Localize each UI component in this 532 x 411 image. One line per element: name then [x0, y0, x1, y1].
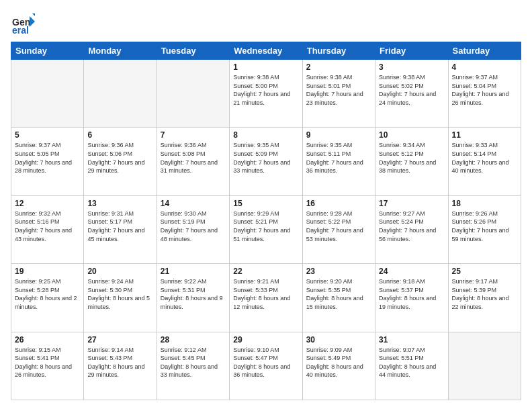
calendar-cell: 26Sunrise: 9:15 AMSunset: 5:41 PMDayligh…	[11, 332, 84, 400]
calendar-cell: 12Sunrise: 9:32 AMSunset: 5:16 PMDayligh…	[11, 195, 84, 263]
calendar-cell: 11Sunrise: 9:33 AMSunset: 5:14 PMDayligh…	[448, 128, 521, 195]
day-number: 27	[87, 335, 152, 345]
day-number: 10	[379, 130, 444, 140]
day-info: Sunrise: 9:14 AMSunset: 5:43 PMDaylight:…	[87, 346, 152, 379]
day-info: Sunrise: 9:37 AMSunset: 5:05 PMDaylight:…	[15, 141, 80, 175]
weekday-header-wednesday: Wednesday	[230, 42, 302, 60]
day-info: Sunrise: 9:30 AMSunset: 5:19 PMDaylight:…	[161, 210, 226, 243]
calendar-cell: 13Sunrise: 9:31 AMSunset: 5:17 PMDayligh…	[84, 195, 157, 263]
calendar-cell: 4Sunrise: 9:37 AMSunset: 5:04 PMDaylight…	[448, 60, 521, 128]
svg-marker-3	[30, 16, 35, 27]
day-info: Sunrise: 9:21 AMSunset: 5:33 PMDaylight:…	[233, 277, 298, 311]
day-info: Sunrise: 9:34 AMSunset: 5:12 PMDaylight:…	[379, 141, 444, 175]
day-number: 15	[233, 199, 298, 208]
calendar-cell: 25Sunrise: 9:17 AMSunset: 5:39 PMDayligh…	[448, 264, 521, 332]
day-number: 8	[233, 130, 298, 140]
calendar-cell: 6Sunrise: 9:36 AMSunset: 5:06 PMDaylight…	[84, 128, 157, 195]
day-number: 25	[452, 267, 517, 276]
calendar-cell: 20Sunrise: 9:24 AMSunset: 5:30 PMDayligh…	[84, 264, 157, 332]
calendar-cell: 3Sunrise: 9:38 AMSunset: 5:02 PMDaylight…	[375, 60, 448, 128]
day-info: Sunrise: 9:07 AMSunset: 5:51 PMDaylight:…	[379, 346, 444, 379]
day-number: 24	[379, 267, 444, 276]
day-number: 19	[15, 267, 80, 276]
calendar-cell: 17Sunrise: 9:27 AMSunset: 5:24 PMDayligh…	[375, 195, 448, 263]
svg-text:eral: eral	[12, 25, 29, 35]
day-info: Sunrise: 9:15 AMSunset: 5:41 PMDaylight:…	[15, 346, 80, 379]
calendar-cell: 18Sunrise: 9:26 AMSunset: 5:26 PMDayligh…	[448, 195, 521, 263]
day-number: 31	[379, 335, 444, 345]
day-number: 1	[233, 62, 298, 72]
calendar-cell: 30Sunrise: 9:09 AMSunset: 5:49 PMDayligh…	[302, 332, 375, 400]
day-number: 16	[306, 199, 371, 208]
day-number: 12	[15, 199, 80, 208]
calendar-cell: 29Sunrise: 9:10 AMSunset: 5:47 PMDayligh…	[230, 332, 302, 400]
day-info: Sunrise: 9:36 AMSunset: 5:06 PMDaylight:…	[87, 141, 152, 175]
day-number: 21	[161, 267, 226, 276]
day-number: 23	[306, 267, 371, 276]
day-number: 20	[87, 267, 152, 276]
day-number: 11	[452, 130, 517, 140]
calendar-cell	[84, 60, 157, 128]
day-number: 28	[161, 335, 226, 345]
day-info: Sunrise: 9:22 AMSunset: 5:31 PMDaylight:…	[161, 277, 226, 311]
weekday-header-sunday: Sunday	[11, 42, 84, 60]
day-number: 13	[87, 199, 152, 208]
day-info: Sunrise: 9:17 AMSunset: 5:39 PMDaylight:…	[452, 277, 517, 311]
weekday-header-monday: Monday	[84, 42, 157, 60]
day-info: Sunrise: 9:27 AMSunset: 5:24 PMDaylight:…	[379, 210, 444, 243]
week-row-4: 19Sunrise: 9:25 AMSunset: 5:28 PMDayligh…	[11, 264, 521, 332]
day-info: Sunrise: 9:29 AMSunset: 5:21 PMDaylight:…	[233, 210, 298, 243]
day-number: 9	[306, 130, 371, 140]
page: Gen eral SundayMondayTuesdayWednesdayThu…	[0, 0, 532, 411]
day-info: Sunrise: 9:33 AMSunset: 5:14 PMDaylight:…	[452, 141, 517, 175]
day-info: Sunrise: 9:25 AMSunset: 5:28 PMDaylight:…	[15, 277, 80, 311]
calendar-cell: 10Sunrise: 9:34 AMSunset: 5:12 PMDayligh…	[375, 128, 448, 195]
day-number: 17	[379, 199, 444, 208]
weekday-header-tuesday: Tuesday	[157, 42, 229, 60]
weekday-header-friday: Friday	[375, 42, 448, 60]
calendar-cell: 5Sunrise: 9:37 AMSunset: 5:05 PMDaylight…	[11, 128, 84, 195]
day-number: 22	[233, 267, 298, 276]
calendar-cell: 16Sunrise: 9:28 AMSunset: 5:22 PMDayligh…	[302, 195, 375, 263]
calendar-cell: 7Sunrise: 9:36 AMSunset: 5:08 PMDaylight…	[157, 128, 229, 195]
calendar-cell: 8Sunrise: 9:35 AMSunset: 5:09 PMDaylight…	[230, 128, 302, 195]
day-number: 18	[452, 199, 517, 208]
day-info: Sunrise: 9:32 AMSunset: 5:16 PMDaylight:…	[15, 210, 80, 243]
logo-icon: Gen eral	[11, 11, 35, 35]
weekday-header-saturday: Saturday	[448, 42, 521, 60]
day-number: 29	[233, 335, 298, 345]
calendar-cell	[11, 60, 84, 128]
day-number: 6	[87, 130, 152, 140]
calendar-cell: 1Sunrise: 9:38 AMSunset: 5:00 PMDaylight…	[230, 60, 302, 128]
calendar-cell: 28Sunrise: 9:12 AMSunset: 5:45 PMDayligh…	[157, 332, 229, 400]
day-number: 2	[306, 62, 371, 72]
calendar-cell: 22Sunrise: 9:21 AMSunset: 5:33 PMDayligh…	[230, 264, 302, 332]
day-info: Sunrise: 9:38 AMSunset: 5:00 PMDaylight:…	[233, 73, 298, 107]
day-info: Sunrise: 9:24 AMSunset: 5:30 PMDaylight:…	[87, 277, 152, 311]
day-info: Sunrise: 9:12 AMSunset: 5:45 PMDaylight:…	[161, 346, 226, 379]
calendar-cell: 15Sunrise: 9:29 AMSunset: 5:21 PMDayligh…	[230, 195, 302, 263]
calendar-cell: 21Sunrise: 9:22 AMSunset: 5:31 PMDayligh…	[157, 264, 229, 332]
day-number: 4	[452, 62, 517, 72]
day-info: Sunrise: 9:20 AMSunset: 5:35 PMDaylight:…	[306, 277, 371, 311]
logo: Gen eral	[11, 11, 38, 35]
day-number: 3	[379, 62, 444, 72]
day-info: Sunrise: 9:31 AMSunset: 5:17 PMDaylight:…	[87, 210, 152, 243]
day-info: Sunrise: 9:37 AMSunset: 5:04 PMDaylight:…	[452, 73, 517, 107]
weekday-header-row: SundayMondayTuesdayWednesdayThursdayFrid…	[11, 42, 521, 60]
calendar-cell: 14Sunrise: 9:30 AMSunset: 5:19 PMDayligh…	[157, 195, 229, 263]
day-info: Sunrise: 9:35 AMSunset: 5:11 PMDaylight:…	[306, 141, 371, 175]
calendar-cell: 24Sunrise: 9:18 AMSunset: 5:37 PMDayligh…	[375, 264, 448, 332]
svg-marker-4	[32, 13, 35, 16]
day-number: 26	[15, 335, 80, 345]
calendar-cell	[157, 60, 229, 128]
day-info: Sunrise: 9:36 AMSunset: 5:08 PMDaylight:…	[161, 141, 226, 175]
day-info: Sunrise: 9:38 AMSunset: 5:02 PMDaylight:…	[379, 73, 444, 107]
week-row-2: 5Sunrise: 9:37 AMSunset: 5:05 PMDaylight…	[11, 128, 521, 195]
calendar-cell: 23Sunrise: 9:20 AMSunset: 5:35 PMDayligh…	[302, 264, 375, 332]
calendar-cell: 9Sunrise: 9:35 AMSunset: 5:11 PMDaylight…	[302, 128, 375, 195]
weekday-header-thursday: Thursday	[302, 42, 375, 60]
day-number: 30	[306, 335, 371, 345]
day-info: Sunrise: 9:28 AMSunset: 5:22 PMDaylight:…	[306, 210, 371, 243]
header: Gen eral	[11, 11, 521, 35]
